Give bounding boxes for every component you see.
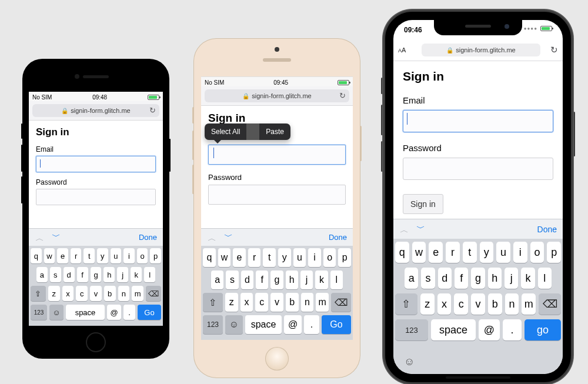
key-m[interactable]: m	[522, 293, 536, 315]
key-s[interactable]: s	[50, 267, 61, 282]
text-size-button[interactable]: AA	[398, 46, 417, 54]
space-key[interactable]: space	[245, 315, 282, 334]
go-key[interactable]: Go	[322, 315, 351, 334]
key-e[interactable]: e	[233, 248, 246, 267]
key-n[interactable]: n	[505, 293, 519, 315]
url-field[interactable]: 🔒 signin-form.glitch.me ↻	[205, 89, 349, 102]
numbers-key[interactable]: 123	[395, 319, 428, 340]
key-i[interactable]: i	[308, 248, 321, 267]
refresh-icon[interactable]: ↻	[545, 45, 558, 55]
dot-key[interactable]: .	[503, 319, 522, 340]
dot-key[interactable]: .	[304, 315, 319, 334]
at-key[interactable]: @	[107, 305, 121, 320]
key-f[interactable]: f	[256, 271, 268, 289]
key-i[interactable]: i	[513, 242, 527, 263]
key-l[interactable]: l	[144, 267, 155, 282]
prev-field-arrow-icon[interactable]: 〈	[206, 233, 216, 242]
next-field-arrow-icon[interactable]: 〉	[50, 233, 61, 242]
key-a[interactable]: a	[211, 271, 223, 289]
key-g[interactable]: g	[91, 267, 102, 282]
key-q[interactable]: q	[203, 248, 216, 267]
key-f[interactable]: f	[455, 268, 468, 289]
key-u[interactable]: u	[111, 248, 122, 263]
backspace-key[interactable]: ⌫	[146, 286, 161, 301]
key-h[interactable]: h	[103, 267, 115, 282]
key-d[interactable]: d	[241, 271, 253, 289]
context-menu-paste[interactable]: Paste	[259, 123, 290, 140]
key-c[interactable]: c	[255, 293, 268, 312]
url-field[interactable]: 🔒 signin-form.glitch.me ↻	[32, 104, 159, 117]
refresh-icon[interactable]: ↻	[339, 91, 346, 100]
key-a[interactable]: a	[36, 267, 48, 282]
key-q[interactable]: q	[31, 248, 42, 263]
key-d[interactable]: d	[438, 268, 452, 289]
emoji-key[interactable]: ☺	[49, 305, 64, 320]
space-key[interactable]: space	[66, 305, 105, 320]
key-t[interactable]: t	[263, 248, 276, 267]
key-x[interactable]: x	[62, 286, 74, 301]
numbers-key[interactable]: 123	[31, 305, 47, 320]
key-f[interactable]: f	[77, 267, 88, 282]
key-y[interactable]: y	[480, 242, 494, 263]
key-y[interactable]: y	[97, 248, 108, 263]
done-button[interactable]: Done	[329, 233, 347, 242]
key-s[interactable]: s	[421, 268, 435, 289]
key-h[interactable]: h	[488, 268, 502, 289]
key-d[interactable]: d	[64, 267, 75, 282]
key-c[interactable]: c	[454, 293, 468, 315]
key-w[interactable]: w	[44, 248, 55, 263]
next-field-arrow-icon[interactable]: 〉	[222, 233, 233, 242]
key-z[interactable]: z	[225, 293, 238, 312]
key-v[interactable]: v	[471, 293, 485, 315]
space-key[interactable]: space	[431, 319, 476, 340]
key-p[interactable]: p	[150, 248, 161, 263]
url-field[interactable]: 🔒 signin-form.glitch.me	[422, 44, 540, 56]
key-v[interactable]: v	[90, 286, 102, 301]
refresh-icon[interactable]: ↻	[149, 106, 156, 115]
key-t[interactable]: t	[83, 248, 95, 263]
signin-button[interactable]: Sign in	[403, 194, 443, 214]
shift-key[interactable]: ⇧	[395, 293, 417, 315]
key-r[interactable]: r	[71, 248, 82, 263]
key-n[interactable]: n	[301, 293, 314, 312]
key-u[interactable]: u	[293, 248, 306, 267]
key-y[interactable]: y	[278, 248, 291, 267]
go-key[interactable]: Go	[138, 305, 161, 320]
emoji-key-icon[interactable]: ☺	[404, 356, 415, 368]
key-w[interactable]: w	[412, 242, 426, 263]
context-menu-select-all[interactable]: Select All	[205, 123, 246, 140]
email-field[interactable]	[36, 156, 156, 172]
key-o[interactable]: o	[137, 248, 148, 263]
key-h[interactable]: h	[286, 271, 298, 289]
done-button[interactable]: Done	[139, 233, 157, 242]
key-l[interactable]: l	[330, 271, 343, 289]
key-j[interactable]: j	[300, 271, 313, 289]
key-o[interactable]: o	[530, 242, 544, 263]
key-m[interactable]: m	[132, 286, 143, 301]
prev-field-arrow-icon[interactable]: 〈	[34, 233, 44, 242]
key-r[interactable]: r	[446, 242, 460, 263]
key-z[interactable]: z	[48, 286, 60, 301]
prev-field-arrow-icon[interactable]: 〈	[398, 225, 409, 233]
backspace-key[interactable]: ⌫	[331, 293, 351, 312]
go-key[interactable]: go	[524, 319, 561, 340]
backspace-key[interactable]: ⌫	[539, 293, 561, 315]
key-x[interactable]: x	[240, 293, 253, 312]
email-field[interactable]	[403, 110, 553, 132]
email-field[interactable]	[208, 145, 346, 165]
key-n[interactable]: n	[118, 286, 130, 301]
key-x[interactable]: x	[437, 293, 452, 315]
key-l[interactable]: l	[538, 268, 552, 289]
key-a[interactable]: a	[405, 268, 418, 289]
key-p[interactable]: p	[338, 248, 351, 267]
key-e[interactable]: e	[57, 248, 68, 263]
key-t[interactable]: t	[463, 242, 477, 263]
next-field-arrow-icon[interactable]: 〉	[415, 225, 425, 233]
key-r[interactable]: r	[248, 248, 261, 267]
shift-key[interactable]: ⇧	[203, 293, 223, 312]
key-z[interactable]: z	[420, 293, 435, 315]
key-g[interactable]: g	[270, 271, 283, 289]
key-j[interactable]: j	[117, 267, 128, 282]
key-q[interactable]: q	[395, 242, 409, 263]
home-button[interactable]	[265, 347, 289, 370]
